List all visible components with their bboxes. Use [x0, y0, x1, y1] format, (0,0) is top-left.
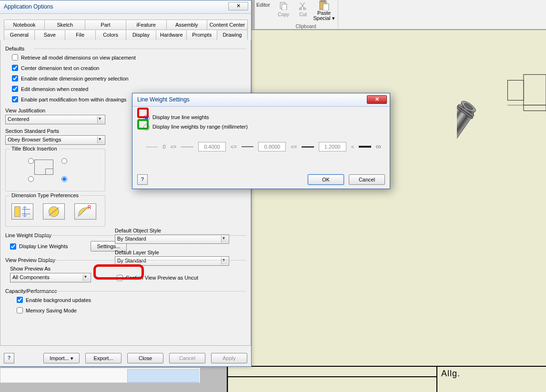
close-dialog-button[interactable]: Close — [127, 353, 163, 363]
modal-close-button[interactable]: ✕ — [367, 95, 387, 104]
lw-preview-3 — [242, 146, 253, 147]
svg-rect-8 — [457, 104, 474, 117]
display-line-weights-label: Display Line Weights — [19, 243, 91, 249]
title-block-field: Allg. — [436, 366, 546, 392]
ribbon: Editor Copy Cut PasteSpecial ▾ Clipboard — [255, 0, 546, 30]
display-weights-by-range-label: Display line weights by range (millimete… — [152, 124, 248, 130]
memory-saving-checkbox[interactable] — [17, 307, 23, 313]
svg-text:R: R — [88, 204, 91, 210]
display-line-weights-checkbox[interactable] — [10, 243, 16, 250]
view-justification-combo[interactable]: Centered — [5, 115, 105, 124]
tab-sketch[interactable]: Sketch — [44, 20, 85, 30]
tab-drawing[interactable]: Drawing — [217, 30, 248, 40]
close-icon: ✕ — [375, 96, 379, 102]
tab-colors[interactable]: Colors — [95, 30, 126, 40]
close-icon: ✕ — [236, 3, 241, 9]
bg-updates-label: Enable background updates — [26, 297, 91, 303]
chevron-down-icon: ▾ — [71, 355, 73, 361]
tab-save[interactable]: Save — [34, 30, 65, 40]
cut-button[interactable]: Cut — [295, 1, 311, 20]
line-weight-display-label: Line Weight Display — [5, 232, 51, 238]
title-block-label: Title Block Insertion — [10, 146, 59, 151]
tab-display[interactable]: Display — [126, 30, 157, 40]
svg-point-6 — [460, 99, 477, 114]
display-true-weights-radio[interactable] — [143, 115, 150, 121]
title-block-bottom-right-radio[interactable] — [61, 176, 67, 182]
window-title: Application Options — [4, 3, 53, 10]
dim-pref-radius-button[interactable]: R — [74, 203, 96, 220]
capacity-section-label: Capacity/Performance — [5, 288, 57, 294]
diameter-icon — [43, 204, 64, 220]
lw-preview-2 — [181, 147, 193, 147]
bg-updates-checkbox[interactable] — [17, 297, 23, 303]
section-view-uncut-checkbox[interactable] — [117, 275, 123, 281]
paste-special-button[interactable]: PasteSpecial ▾ — [312, 0, 336, 20]
tab-hardware[interactable]: Hardware — [156, 30, 187, 40]
tab-assembly[interactable]: Assembly — [166, 20, 207, 30]
svg-rect-10 — [457, 128, 457, 151]
svg-rect-9 — [457, 106, 473, 119]
part-illustration — [457, 60, 546, 154]
apply-button[interactable]: Apply — [211, 353, 247, 363]
dim-pref-linear-button[interactable] — [11, 203, 33, 220]
copy-icon — [279, 1, 288, 10]
dim-pref-diameter-button[interactable] — [43, 203, 65, 220]
linear-dim-icon — [12, 204, 33, 220]
retrieve-dims-checkbox[interactable] — [12, 54, 18, 60]
editor-label: Editor — [256, 2, 270, 8]
import-button[interactable]: Import... ▾ — [43, 353, 80, 363]
lw-value-1 — [198, 142, 226, 151]
svg-rect-1 — [507, 80, 524, 100]
line-weight-settings-dialog: Line Weight Settings ✕ Display true line… — [132, 93, 390, 189]
lw-value-2 — [258, 142, 286, 151]
svg-rect-20 — [15, 207, 20, 217]
show-preview-as-label: Show Preview As — [10, 266, 246, 271]
clipboard-group-label: Clipboard — [274, 24, 338, 29]
help-button[interactable]: ? — [4, 353, 14, 363]
edit-dim-label: Edit dimension when created — [21, 86, 88, 92]
defaults-section-label: Defaults — [5, 46, 24, 51]
dialog-button-bar: ? Import... ▾ Export... Close Cancel App… — [4, 353, 247, 363]
modal-titlebar[interactable]: Line Weight Settings ✕ — [132, 93, 390, 107]
title-block-top-left-radio[interactable] — [28, 158, 34, 164]
svg-rect-4 — [524, 105, 546, 111]
lw-preview-1 — [146, 147, 158, 147]
tab-ifeature[interactable]: iFeature — [126, 20, 167, 30]
tab-part[interactable]: Part — [85, 20, 126, 30]
tab-general[interactable]: General — [4, 30, 35, 40]
drawing-title-block: Allg. — [227, 366, 546, 392]
drawing-canvas[interactable]: Allg. — [228, 30, 546, 392]
lw-value-3 — [319, 142, 346, 151]
enable-part-mod-checkbox[interactable] — [12, 96, 18, 102]
center-dim-text-checkbox[interactable] — [12, 65, 18, 71]
display-weights-by-range-radio[interactable] — [143, 124, 150, 131]
copy-button[interactable]: Copy — [276, 1, 291, 20]
title-block-bottom-left-radio[interactable] — [28, 176, 34, 182]
svg-rect-5 — [457, 101, 476, 152]
export-button[interactable]: Export... — [85, 353, 121, 363]
svg-rect-18 — [321, 0, 325, 2]
tab-file[interactable]: File — [65, 30, 96, 40]
dock-tab[interactable] — [127, 369, 199, 382]
modal-title: Line Weight Settings — [137, 96, 190, 103]
ordinate-checkbox[interactable] — [12, 75, 18, 81]
lw-preview-5 — [359, 146, 371, 148]
svg-rect-19 — [323, 4, 329, 10]
title-block-diagram — [15, 154, 82, 187]
close-button[interactable]: ✕ — [228, 2, 248, 10]
tab-prompts[interactable]: Prompts — [186, 30, 217, 40]
clipboard-group: Copy Cut PasteSpecial ▾ Clipboard — [274, 0, 338, 30]
tab-notebook[interactable]: Notebook — [4, 20, 45, 30]
section-standard-combo[interactable]: Obey Browser Settings — [5, 135, 105, 145]
edit-dim-checkbox[interactable] — [12, 86, 18, 92]
titlebar[interactable]: Application Options ✕ — [0, 0, 251, 14]
modal-help-button[interactable]: ? — [137, 174, 148, 185]
chevron-down-icon — [97, 137, 104, 143]
cancel-button[interactable]: Cancel — [349, 174, 385, 185]
ok-button[interactable]: OK — [308, 174, 344, 185]
cancel-dialog-button[interactable]: Cancel — [169, 353, 205, 363]
show-preview-combo[interactable]: All Components — [10, 273, 91, 282]
title-block-top-right-radio[interactable] — [61, 158, 67, 164]
retrieve-dims-label: Retrieve all model dimensions on view pl… — [21, 55, 136, 60]
tab-content-center[interactable]: Content Center — [207, 20, 248, 30]
